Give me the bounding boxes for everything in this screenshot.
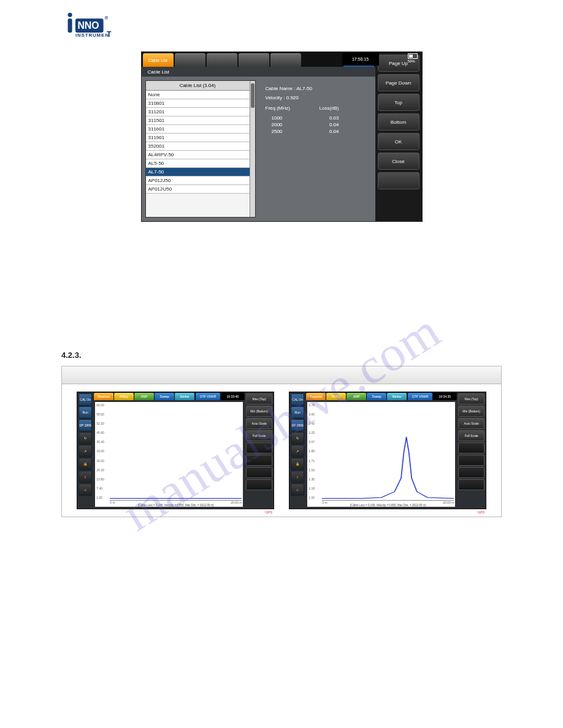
cable-list-panel: Cable List (3.04) None310801311201311501… — [145, 80, 256, 218]
max-top--button[interactable]: Max (Top) — [246, 393, 272, 404]
close-button[interactable]: Close — [378, 153, 419, 170]
left-btn-4[interactable]: ↗ — [79, 445, 92, 457]
cable-row[interactable]: 311501 — [146, 116, 250, 125]
left-btn-2[interactable]: DP 2006 — [291, 419, 304, 431]
dual-header-bar — [62, 366, 501, 384]
blank-button — [246, 455, 272, 466]
ytick: 45.80 — [96, 431, 104, 434]
gps-indicator: !GPS — [265, 510, 272, 514]
ytick: 26.60 — [96, 459, 104, 463]
ytick: 65.00 — [96, 403, 104, 407]
ytick: 33.00 — [96, 449, 104, 453]
freq-cell: 2000 — [266, 121, 302, 128]
clock-area: 17:50:15 — [342, 52, 379, 66]
mini-tab-sweep[interactable]: Sweep — [155, 393, 174, 400]
tab-5[interactable] — [270, 53, 301, 67]
ytick: 1.71 — [308, 459, 315, 463]
full-scale-button[interactable]: Full Scale — [458, 430, 484, 441]
ytick: 39.40 — [96, 440, 104, 444]
mode-tab[interactable]: DTF VSWR — [408, 393, 432, 400]
left-btn-1[interactable]: Run — [291, 406, 304, 419]
cable-row[interactable]: 311201 — [146, 108, 250, 116]
ok-button[interactable]: OK — [378, 133, 419, 150]
plot-right: 2.782.602.422.252.071.891.711.531.361.18… — [307, 401, 456, 507]
left-btn-3[interactable]: ↻ — [79, 432, 92, 444]
auto-scale-button[interactable]: Auto Scale — [458, 418, 484, 429]
mode-tab[interactable]: DTF VSWR — [196, 393, 220, 400]
left-btn-6[interactable]: ↕ — [291, 471, 304, 483]
mini-clock: 19:34:35 — [433, 393, 456, 400]
min-bottom--button[interactable]: Min (Bottom) — [458, 406, 484, 417]
mini-tab-measure[interactable]: Measure — [94, 393, 113, 400]
cable-row[interactable]: AL4RPV-50 — [146, 151, 250, 159]
full-scale-button[interactable]: Full Scale — [246, 430, 272, 441]
loss-cell: 0.04 — [302, 121, 339, 128]
battery-percent: 50% — [408, 59, 415, 63]
scrollbar-thumb[interactable] — [251, 83, 255, 108]
left-btn-1[interactable]: Run — [79, 406, 92, 419]
left-btn-7[interactable]: ⌂ — [79, 483, 92, 496]
left-btn-3[interactable]: ↻ — [291, 432, 304, 444]
velocity-value: 0.920 — [286, 95, 299, 100]
cable-row[interactable]: None — [146, 91, 250, 99]
cable-row[interactable]: 352001 — [146, 142, 250, 151]
mini-tab-marker[interactable]: Marker — [387, 393, 407, 400]
ytick: 1.53 — [308, 468, 315, 472]
mini-tab-marker[interactable]: Marker — [175, 393, 194, 400]
ytick: 52.20 — [96, 422, 104, 425]
section-heading: 4.2.3. — [61, 351, 502, 360]
cable-row[interactable]: 311901 — [146, 134, 250, 142]
auto-scale-button[interactable]: Auto Scale — [246, 418, 272, 429]
min-bottom--button[interactable]: Min (Bottom) — [246, 406, 272, 417]
ytick: 2.78 — [308, 403, 315, 407]
tab-2[interactable] — [175, 53, 205, 67]
tab-cable-list[interactable]: Cable List — [143, 53, 174, 67]
left-btn-0[interactable]: CAL On — [291, 393, 304, 406]
cable-row[interactable]: 310801 — [146, 99, 250, 108]
mini-clock: 19:33:48 — [221, 393, 244, 400]
mini-tab-freq[interactable]: FREQ — [326, 393, 346, 400]
ytick: 20.20 — [96, 468, 104, 472]
tab-4[interactable] — [239, 53, 269, 67]
left-btn-7[interactable]: ⌂ — [291, 483, 304, 496]
left-btn-0[interactable]: CAL On — [79, 393, 92, 406]
bottom-button[interactable]: Bottom — [378, 113, 419, 131]
inno-logo-icon: NNO INSTRUMEN T ® — [61, 11, 158, 38]
svg-point-0 — [68, 13, 72, 17]
mini-tab-amp[interactable]: AMP — [347, 393, 366, 400]
mini-tab-measure[interactable]: Measure — [306, 393, 326, 400]
ytick: 7.40 — [96, 487, 104, 490]
cable-row[interactable]: AP012J50 — [146, 176, 250, 185]
cable-row[interactable]: 311601 — [146, 125, 250, 134]
left-btn-4[interactable]: ↗ — [291, 445, 304, 457]
scrollbar[interactable] — [250, 81, 255, 217]
cable-name-label: Cable Name : — [266, 86, 296, 91]
max-top--button[interactable]: Max (Top) — [458, 393, 484, 404]
page-down-button[interactable]: Page Down — [378, 74, 419, 91]
freq-cell: 2500 — [266, 128, 302, 135]
loss-header: Loss(dB) — [302, 105, 339, 112]
left-btn-6[interactable]: ↕ — [79, 471, 92, 483]
gps-indicator: !GPS — [477, 510, 484, 514]
ytick: 2.25 — [308, 431, 315, 434]
blank-button — [378, 172, 419, 189]
mini-tab-freq[interactable]: FREQ — [114, 393, 134, 400]
cable-row[interactable]: AL7-50 — [146, 168, 250, 176]
freq-header: Freq (MHz) — [266, 105, 302, 112]
ytick: 58.60 — [96, 412, 104, 416]
left-btn-2[interactable]: DP 2006 — [79, 419, 92, 431]
blank-button — [458, 467, 484, 478]
cable-row[interactable]: AL5-50 — [146, 159, 250, 168]
mini-tab-amp[interactable]: AMP — [134, 393, 154, 400]
left-btn-5[interactable]: 🔒 — [79, 458, 92, 470]
tab-3[interactable] — [207, 53, 237, 67]
cable-row[interactable]: AP012U50 — [146, 185, 250, 194]
sub-bar: Cable List — [142, 67, 375, 77]
top-button[interactable]: Top — [378, 94, 419, 111]
freq-cell: 1000 — [266, 115, 302, 121]
ytick: 2.42 — [308, 422, 315, 425]
left-btn-5[interactable]: 🔒 — [291, 458, 304, 470]
mini-tab-sweep[interactable]: Sweep — [367, 393, 386, 400]
ytick: 1.00 — [308, 496, 315, 499]
side-button-column: Page UpPage DownTopBottomOKClose — [375, 52, 422, 221]
